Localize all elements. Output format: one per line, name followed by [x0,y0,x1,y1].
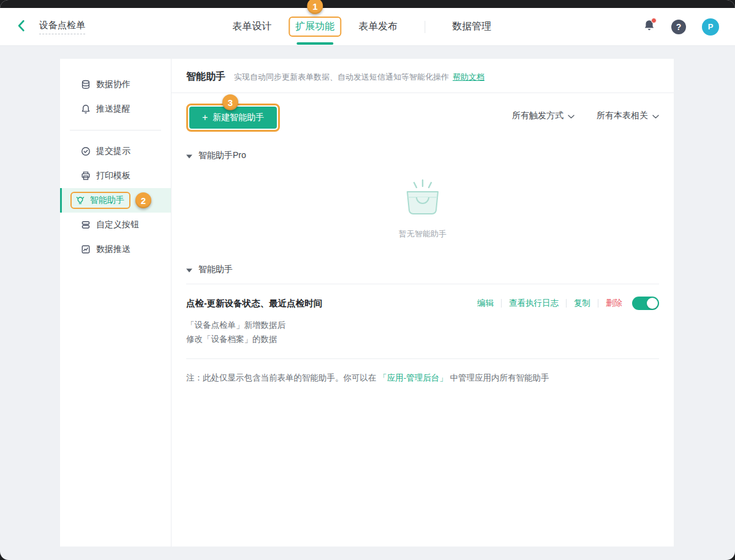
sidebar-item-label: 打印模板 [96,170,130,181]
bell-outline-icon [81,104,91,114]
pro-section-label: 智能助手Pro [198,150,246,161]
annotation-step-3-badge: 3 [222,94,238,110]
assistant-item-actions: 编辑 查看执行日志 复制 删除 [477,297,659,310]
back-button[interactable] [16,20,27,34]
trigger-type-filter[interactable]: 所有触发方式 [512,110,575,121]
new-assistant-button-label: 新建智能助手 [213,112,264,123]
action-line: 修改「设备档案」的数据 [186,332,659,346]
sidebar-item-label: 智能助手 [90,195,124,206]
tab-form-publish[interactable]: 表单发布 [358,20,398,33]
form-title[interactable]: 设备点检单 [39,20,85,34]
notification-bell-button[interactable] [643,19,655,34]
new-assistant-button[interactable]: + 新建智能助手 [189,107,277,129]
main-content: 智能助手 实现自动同步更新表单数据、自动发送短信通知等智能化操作 帮助文档 3 … [172,59,674,547]
trigger-type-filter-label: 所有触发方式 [512,110,564,121]
assistant-list-item: 点检-更新设备状态、最近点检时间 编辑 查看执行日志 复制 删除 「设备点检单」… [172,284,674,346]
bulb-icon [75,195,85,205]
help-doc-link[interactable]: 帮助文档 [453,72,484,83]
notification-dot [651,18,657,23]
check-circle-icon [81,146,91,156]
collapse-triangle-icon [186,151,192,161]
printer-icon [81,171,91,181]
avatar-initial: P [708,22,714,31]
view-logs-link[interactable]: 查看执行日志 [509,298,559,309]
action-separator [566,299,567,308]
content-panel: 数据协作 推送提醒 提交提示 打印模板 [60,59,674,547]
sidebar-divider [70,130,161,131]
list-section-label: 智能助手 [198,264,233,275]
back-chevron-icon [16,20,27,34]
sidebar-item-label: 提交提示 [96,146,130,157]
collapse-triangle-icon [186,265,192,274]
tab-bar: 表单设计 1 扩展功能 表单发布 数据管理 [221,8,502,45]
topbar-right: ? P [643,18,719,36]
annotation-step-2-badge: 2 [135,192,151,208]
table-relation-filter[interactable]: 所有本表相关 [597,110,659,121]
filters: 所有触发方式 所有本表相关 [512,110,659,125]
database-icon [81,80,91,89]
admin-console-link[interactable]: 「应用-管理后台」 [379,373,448,382]
action-separator [501,299,502,308]
tab-form-design[interactable]: 表单设计 [232,20,271,33]
annotation-step-3-box: 3 + 新建智能助手 [186,104,280,132]
question-mark-icon: ? [676,22,682,32]
sidebar: 数据协作 推送提醒 提交提示 打印模板 [60,59,172,547]
sidebar-item-data-collaboration[interactable]: 数据协作 [60,72,171,97]
annotation-step-1-badge: 1 [307,0,323,14]
sidebar-item-push-reminder[interactable]: 推送提醒 [60,97,171,121]
annotation-step-2-box: 智能助手 [70,192,130,209]
pro-section-header[interactable]: 智能助手Pro [172,150,674,161]
sidebar-item-label: 自定义按钮 [96,219,139,230]
tab-extensions[interactable]: 扩展功能 [288,17,341,37]
topbar: 设备点检单 表单设计 1 扩展功能 表单发布 数据管理 ? P [0,8,735,46]
note-text: 中管理应用内所有智能助手 [450,373,549,382]
pro-empty-text: 暂无智能助手 [172,229,674,240]
sidebar-item-data-push[interactable]: 数据推送 [60,237,171,262]
sidebar-item-custom-button[interactable]: 自定义按钮 [60,213,171,237]
trigger-line: 「设备点检单」新增数据后 [186,318,659,332]
sidebar-item-print-template[interactable]: 打印模板 [60,164,171,188]
sidebar-item-submit-prompt[interactable]: 提交提示 [60,139,171,164]
action-separator [598,299,598,308]
copy-link[interactable]: 复制 [574,298,590,309]
active-tab-underline [296,42,333,45]
edit-link[interactable]: 编辑 [477,298,494,309]
help-button[interactable]: ? [671,20,686,34]
assistant-enabled-toggle[interactable] [632,297,659,310]
assistant-item-title: 点检-更新设备状态、最近点检时间 [186,298,322,309]
chart-icon [81,244,91,254]
chevron-down-icon [568,111,575,121]
chevron-down-icon [652,111,659,121]
tab-data-management[interactable]: 数据管理 [452,20,491,33]
main-header: 智能助手 实现自动同步更新表单数据、自动发送短信通知等智能化操作 帮助文档 [172,59,674,93]
delete-link[interactable]: 删除 [606,298,622,309]
pro-empty-state: 暂无智能助手 [172,161,674,258]
footer-note: 注：此处仅显示包含当前表单的智能助手。你可以在 「应用-管理后台」 中管理应用内… [172,359,674,384]
plus-icon: + [202,113,208,123]
buttons-icon [81,220,91,230]
assistant-item-row: 点检-更新设备状态、最近点检时间 编辑 查看执行日志 复制 删除 [186,297,659,310]
tab-extensions-wrap: 1 扩展功能 [288,17,341,37]
note-text: 注：此处仅显示包含当前表单的智能助手。你可以在 [186,373,377,382]
sidebar-item-label: 数据推送 [96,244,130,255]
sidebar-item-smart-assistant[interactable]: 智能助手 2 [60,188,171,213]
user-avatar[interactable]: P [702,18,719,36]
table-relation-filter-label: 所有本表相关 [597,110,648,121]
empty-inbox-icon [399,209,447,219]
sidebar-item-label: 数据协作 [96,79,130,90]
toggle-knob [647,298,658,309]
page-title: 智能助手 [186,70,225,83]
assistant-item-description: 「设备点检单」新增数据后 修改「设备档案」的数据 [186,318,659,346]
list-section-header[interactable]: 智能助手 [172,264,674,275]
page-subtitle: 实现自动同步更新表单数据、自动发送短信通知等智能化操作 [234,72,449,83]
toolbar: 3 + 新建智能助手 所有触发方式 所有本表相关 [172,93,674,138]
app-window: 设备点检单 表单设计 1 扩展功能 表单发布 数据管理 ? P [0,0,735,560]
tab-divider [424,21,425,33]
window-chrome-strip [0,0,735,8]
sidebar-item-label: 推送提醒 [96,104,130,115]
